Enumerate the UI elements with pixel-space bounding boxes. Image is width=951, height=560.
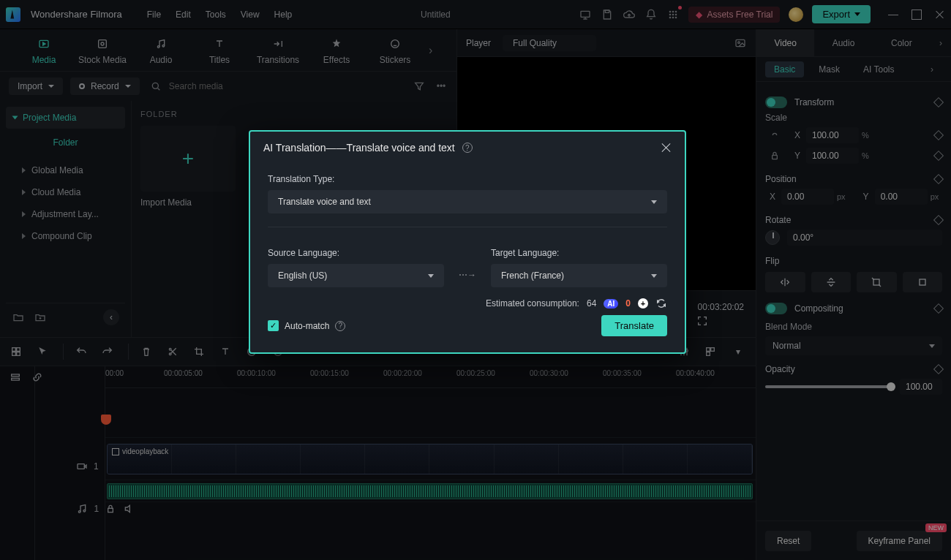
chevron-down-icon bbox=[651, 274, 657, 278]
chevron-down-icon bbox=[428, 274, 434, 278]
add-credits-button[interactable]: + bbox=[638, 298, 648, 309]
info-icon[interactable]: ? bbox=[335, 321, 345, 331]
chevron-down-icon bbox=[651, 200, 657, 204]
source-language-label: Source Language: bbox=[268, 248, 444, 258]
ai-translation-modal: AI Translation——Translate voice and text… bbox=[249, 130, 686, 354]
arrow-right-icon: ⋯→ bbox=[459, 270, 476, 287]
info-icon[interactable]: ? bbox=[462, 143, 473, 153]
ai-badge-icon: AI bbox=[604, 299, 618, 309]
auto-match-label: Auto-match bbox=[285, 321, 329, 331]
credits-remaining: 0 bbox=[625, 298, 631, 309]
refresh-icon[interactable] bbox=[655, 298, 667, 309]
est-consumption-label: Estimated consumption: bbox=[486, 298, 579, 309]
modal-title: AI Translation——Translate voice and text bbox=[263, 142, 455, 154]
modal-close-button[interactable] bbox=[661, 143, 672, 153]
target-language-label: Target Language: bbox=[491, 248, 667, 258]
target-language-select[interactable]: French (France) bbox=[491, 264, 667, 287]
source-language-select[interactable]: English (US) bbox=[268, 264, 444, 287]
translation-type-label: Translation Type: bbox=[268, 174, 667, 184]
est-consumption-value: 64 bbox=[587, 298, 596, 309]
translation-type-select[interactable]: Translate voice and text bbox=[268, 190, 667, 213]
translate-button[interactable]: Translate bbox=[601, 315, 667, 336]
auto-match-checkbox[interactable]: ✓ bbox=[268, 320, 279, 331]
